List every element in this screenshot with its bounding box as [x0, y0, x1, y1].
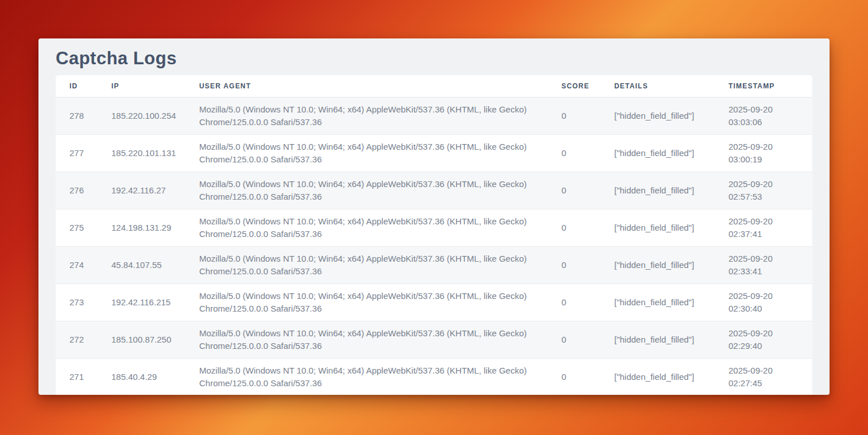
cell-user_agent: Mozilla/5.0 (Windows NT 10.0; Win64; x64… — [185, 134, 548, 172]
cell-id: 273 — [56, 283, 98, 321]
cell-score: 0 — [548, 97, 600, 134]
cell-details: ["hidden_field_filled"] — [600, 358, 715, 395]
table-row: 273192.42.116.215Mozilla/5.0 (Windows NT… — [56, 283, 812, 321]
cell-id: 271 — [56, 358, 98, 395]
cell-details: ["hidden_field_filled"] — [600, 209, 715, 246]
table-header-row: ID IP USER AGENT SCORE DETAILS TIMESTAMP — [56, 75, 812, 97]
cell-id: 274 — [56, 246, 98, 283]
cell-ip: 185.220.100.254 — [98, 97, 185, 134]
table-row: 276192.42.116.27Mozilla/5.0 (Windows NT … — [56, 172, 812, 209]
cell-details: ["hidden_field_filled"] — [600, 97, 715, 134]
table-row: 271185.40.4.29Mozilla/5.0 (Windows NT 10… — [56, 358, 812, 395]
cell-ip: 192.42.116.215 — [98, 283, 185, 321]
cell-score: 0 — [548, 209, 600, 246]
cell-id: 278 — [56, 97, 98, 134]
cell-id: 276 — [56, 172, 98, 209]
cell-score: 0 — [548, 134, 600, 172]
cell-score: 0 — [548, 172, 600, 209]
captcha-logs-card: Captcha Logs ID IP USER AGENT SCORE DETA… — [38, 38, 830, 395]
cell-timestamp: 2025-09-20 02:30:40 — [715, 283, 812, 321]
cell-timestamp: 2025-09-20 02:37:41 — [715, 209, 812, 246]
cell-user_agent: Mozilla/5.0 (Windows NT 10.0; Win64; x64… — [185, 321, 548, 358]
table-row: 275124.198.131.29Mozilla/5.0 (Windows NT… — [56, 209, 812, 246]
cell-user_agent: Mozilla/5.0 (Windows NT 10.0; Win64; x64… — [185, 283, 548, 321]
cell-id: 277 — [56, 134, 98, 172]
cell-score: 0 — [548, 358, 600, 395]
cell-details: ["hidden_field_filled"] — [600, 172, 715, 209]
cell-details: ["hidden_field_filled"] — [600, 283, 715, 321]
cell-ip: 185.100.87.250 — [98, 321, 185, 358]
cell-id: 272 — [56, 321, 98, 358]
page-background: { "page": { "title": "Captcha Logs" }, "… — [0, 0, 868, 435]
column-header-id: ID — [56, 75, 98, 97]
column-header-user-agent: USER AGENT — [185, 75, 548, 97]
table-row: 272185.100.87.250Mozilla/5.0 (Windows NT… — [56, 321, 812, 358]
cell-ip: 185.40.4.29 — [98, 358, 185, 395]
column-header-details: DETAILS — [600, 75, 715, 97]
cell-ip: 185.220.101.131 — [98, 134, 185, 172]
cell-user_agent: Mozilla/5.0 (Windows NT 10.0; Win64; x64… — [185, 97, 548, 134]
table-row: 27445.84.107.55Mozilla/5.0 (Windows NT 1… — [56, 246, 812, 283]
captcha-logs-table-container[interactable]: ID IP USER AGENT SCORE DETAILS TIMESTAMP… — [56, 75, 812, 395]
cell-score: 0 — [548, 246, 600, 283]
cell-user_agent: Mozilla/5.0 (Windows NT 10.0; Win64; x64… — [185, 209, 548, 246]
cell-user_agent: Mozilla/5.0 (Windows NT 10.0; Win64; x64… — [185, 358, 548, 395]
table-body: 278185.220.100.254Mozilla/5.0 (Windows N… — [56, 97, 812, 395]
cell-timestamp: 2025-09-20 02:27:45 — [715, 358, 812, 395]
cell-timestamp: 2025-09-20 02:33:41 — [715, 246, 812, 283]
cell-timestamp: 2025-09-20 02:29:40 — [715, 321, 812, 358]
cell-details: ["hidden_field_filled"] — [600, 246, 715, 283]
cell-timestamp: 2025-09-20 02:57:53 — [715, 172, 812, 209]
cell-details: ["hidden_field_filled"] — [600, 134, 715, 172]
cell-timestamp: 2025-09-20 03:00:19 — [715, 134, 812, 172]
cell-ip: 192.42.116.27 — [98, 172, 185, 209]
page-title: Captcha Logs — [56, 48, 812, 69]
cell-ip: 124.198.131.29 — [98, 209, 185, 246]
cell-user_agent: Mozilla/5.0 (Windows NT 10.0; Win64; x64… — [185, 172, 548, 209]
column-header-ip: IP — [98, 75, 185, 97]
cell-id: 275 — [56, 209, 98, 246]
cell-user_agent: Mozilla/5.0 (Windows NT 10.0; Win64; x64… — [185, 246, 548, 283]
column-header-timestamp: TIMESTAMP — [715, 75, 812, 97]
column-header-score: SCORE — [548, 75, 600, 97]
cell-score: 0 — [548, 283, 600, 321]
cell-score: 0 — [548, 321, 600, 358]
captcha-logs-table: ID IP USER AGENT SCORE DETAILS TIMESTAMP… — [56, 75, 812, 395]
cell-details: ["hidden_field_filled"] — [600, 321, 715, 358]
cell-timestamp: 2025-09-20 03:03:06 — [715, 97, 812, 134]
cell-ip: 45.84.107.55 — [98, 246, 185, 283]
table-row: 277185.220.101.131Mozilla/5.0 (Windows N… — [56, 134, 812, 172]
table-row: 278185.220.100.254Mozilla/5.0 (Windows N… — [56, 97, 812, 134]
